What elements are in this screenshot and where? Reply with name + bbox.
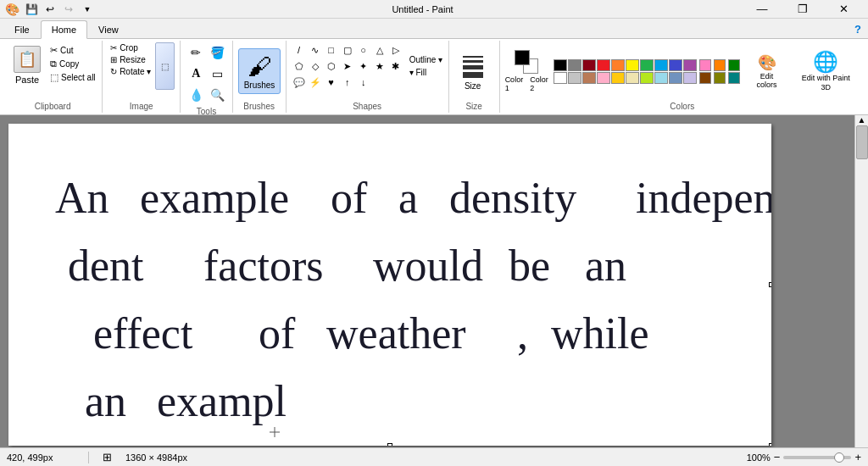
- paint3d-button[interactable]: 🌐 Edit with Paint 3D: [793, 47, 860, 96]
- zoom-out-btn[interactable]: −: [774, 451, 781, 463]
- edit-colors-label: Edit colors: [750, 72, 784, 89]
- swatch-red[interactable]: [597, 59, 610, 71]
- text-tool[interactable]: A: [186, 64, 206, 84]
- heart-shape[interactable]: ♥: [324, 75, 339, 90]
- zoom-thumb: [834, 452, 844, 463]
- minimize-btn[interactable]: —: [743, 0, 782, 19]
- scroll-up-btn[interactable]: ▲: [855, 115, 868, 125]
- swatch-black[interactable]: [554, 59, 567, 71]
- rect-shape[interactable]: □: [324, 42, 339, 58]
- swatch-ex2[interactable]: [699, 72, 711, 84]
- swatch-darkred[interactable]: [582, 59, 596, 71]
- svg-text:exampl: exampl: [157, 377, 287, 425]
- color1-swatch[interactable]: [515, 50, 530, 65]
- undo-btn[interactable]: ↩: [42, 1, 58, 18]
- select-all-button[interactable]: ⬚ Select all: [47, 71, 98, 84]
- swatch-navy[interactable]: [669, 59, 682, 71]
- fill-tool[interactable]: 🪣: [207, 42, 227, 63]
- resize-handle-br[interactable]: [769, 443, 771, 446]
- pencil-tool[interactable]: ✏: [186, 42, 206, 63]
- swatch-blue[interactable]: [654, 59, 668, 71]
- edit-colors-button[interactable]: 🎨 Edit colors: [747, 51, 787, 92]
- line-shape[interactable]: /: [292, 42, 307, 58]
- swatch-ltgray[interactable]: [568, 72, 581, 84]
- swatch-slateblue[interactable]: [669, 72, 682, 84]
- star5-shape[interactable]: ★: [372, 58, 387, 74]
- swatch-yellow[interactable]: [626, 59, 639, 71]
- paint3d-icon: 🌐: [813, 50, 838, 74]
- copy-button[interactable]: ⧉ Copy: [47, 58, 98, 70]
- swatch-white[interactable]: [554, 72, 567, 84]
- scroll-dn-shape[interactable]: ↓: [356, 75, 371, 90]
- tools-grid: ✏ 🪣 A ▭ 💧 🔍: [186, 42, 227, 105]
- swatch-gray[interactable]: [568, 59, 581, 71]
- customize-btn[interactable]: ▼: [79, 1, 96, 18]
- polygon-shape[interactable]: ⬠: [292, 58, 307, 74]
- swatch-orange[interactable]: [611, 59, 625, 71]
- swatch-ltgreen[interactable]: [640, 72, 654, 84]
- resize-handle-rm[interactable]: [769, 282, 771, 287]
- triangle-shape[interactable]: △: [372, 42, 387, 58]
- save-btn[interactable]: 💾: [23, 1, 40, 18]
- more-shape[interactable]: ▷: [388, 42, 403, 58]
- resize-handle-bm[interactable]: [387, 443, 392, 446]
- zoom-slider[interactable]: [783, 456, 851, 459]
- main-area: .hw { font-family: 'Segoe Script', 'Brus…: [0, 115, 868, 447]
- swatch-purple[interactable]: [683, 59, 697, 71]
- roundrect-shape[interactable]: ▢: [340, 42, 355, 58]
- resize-button[interactable]: ⊞ Resize: [108, 54, 153, 65]
- cut-label: Cut: [60, 46, 74, 55]
- close-btn[interactable]: ✕: [824, 0, 863, 19]
- svg-text:while: while: [551, 309, 649, 358]
- magnifier-tool[interactable]: 🔍: [207, 85, 227, 105]
- swatch-lavender[interactable]: [683, 72, 697, 84]
- paint-canvas[interactable]: .hw { font-family: 'Segoe Script', 'Brus…: [8, 124, 771, 446]
- fill-label: ▾ Fill: [409, 68, 427, 77]
- colors-group: Color1 Color2: [500, 41, 865, 113]
- swatch-ex4[interactable]: [714, 72, 726, 84]
- lightning-shape[interactable]: ⚡: [308, 75, 323, 90]
- brushes-button[interactable]: 🖌 Brushes: [238, 48, 281, 94]
- maximize-btn[interactable]: ❐: [783, 0, 822, 19]
- zoom-in-btn[interactable]: +: [854, 451, 861, 463]
- crop-button[interactable]: ✂ Crop: [108, 42, 153, 53]
- diamond-shape[interactable]: ◇: [308, 58, 323, 74]
- rotate-button[interactable]: ↻ Rotate ▾: [108, 66, 153, 77]
- help-button[interactable]: ?: [848, 19, 868, 38]
- redo-btn[interactable]: ↪: [60, 1, 77, 18]
- speech-shape[interactable]: 💬: [292, 75, 307, 90]
- eraser-tool[interactable]: ▭: [207, 64, 227, 84]
- scroll-up-shape[interactable]: ↑: [340, 75, 355, 90]
- swatch-pink[interactable]: [597, 72, 610, 84]
- canvas-resize-icon[interactable]: ⊞: [103, 451, 112, 463]
- ellipse-shape[interactable]: ○: [356, 42, 371, 58]
- fill-button[interactable]: ▾ Fill: [407, 67, 445, 78]
- swatch-ex5[interactable]: [728, 59, 740, 71]
- swatch-ex6[interactable]: [728, 72, 740, 84]
- tab-view[interactable]: View: [87, 19, 130, 38]
- swatch-green[interactable]: [640, 59, 654, 71]
- swatch-gold[interactable]: [611, 72, 625, 84]
- vscroll-thumb[interactable]: [856, 125, 868, 159]
- curve-shape[interactable]: ∿: [308, 42, 323, 58]
- swatch-ltblue[interactable]: [654, 72, 668, 84]
- swatch-ex3[interactable]: [714, 59, 726, 71]
- tab-home[interactable]: Home: [41, 20, 87, 39]
- pentagon-shape[interactable]: ⬡: [324, 58, 339, 74]
- canvas-container[interactable]: .hw { font-family: 'Segoe Script', 'Brus…: [0, 115, 868, 447]
- color-picker-tool[interactable]: 💧: [186, 85, 206, 105]
- vertical-scrollbar[interactable]: ▲: [854, 115, 868, 447]
- outline-button[interactable]: Outline ▾: [407, 54, 445, 65]
- clipboard-group: 📋 Paste ✂ Cut ⧉ Copy ⬚ Select all Clipbo…: [3, 41, 103, 113]
- swatch-cream[interactable]: [626, 72, 639, 84]
- canvas-drawing: .hw { font-family: 'Segoe Script', 'Brus…: [8, 124, 771, 446]
- swatch-brown[interactable]: [582, 72, 596, 84]
- cut-button[interactable]: ✂ Cut: [47, 44, 98, 57]
- paste-button[interactable]: 📋 Paste: [8, 42, 46, 88]
- star4-shape[interactable]: ✦: [356, 58, 371, 74]
- swatch-ex1[interactable]: [699, 59, 711, 71]
- star6-shape[interactable]: ✱: [388, 58, 403, 74]
- tab-file[interactable]: File: [3, 19, 41, 38]
- size-button[interactable]: Size: [454, 49, 492, 94]
- arrow-shape[interactable]: ➤: [340, 58, 355, 74]
